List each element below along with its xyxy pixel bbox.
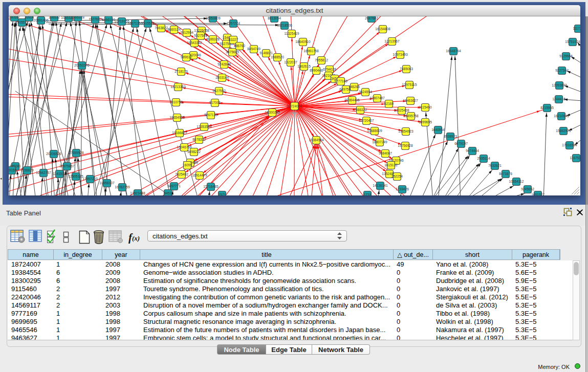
svg-text:10807487: 10807487 (369, 96, 385, 100)
svg-text:7632621: 7632621 (488, 164, 502, 167)
svg-text:8938923: 8938923 (444, 135, 457, 138)
svg-text:9327505: 9327505 (194, 34, 207, 37)
svg-text:1010755: 1010755 (169, 100, 183, 104)
svg-text:9227342: 9227342 (555, 69, 569, 72)
svg-text:16495758: 16495758 (403, 114, 419, 118)
svg-text:16046766: 16046766 (177, 145, 192, 149)
svg-text:20053346: 20053346 (74, 63, 90, 67)
svg-text:15692971: 15692971 (556, 129, 571, 133)
svg-text:16099: 16099 (183, 163, 192, 167)
svg-text:16671355: 16671355 (127, 21, 143, 25)
svg-text:5498222: 5498222 (187, 150, 201, 154)
svg-text:9427552: 9427552 (212, 89, 226, 93)
svg-text:9777169: 9777169 (334, 79, 347, 83)
svg-text:19218506: 19218506 (277, 24, 292, 27)
svg-text:12975115: 12975115 (402, 83, 417, 86)
svg-text:18807249: 18807249 (372, 140, 387, 144)
svg-text:8186328: 8186328 (206, 37, 220, 41)
svg-text:7625402: 7625402 (175, 172, 188, 176)
svg-text:252254: 252254 (391, 174, 403, 178)
svg-text:3624554: 3624554 (359, 90, 372, 94)
svg-text:1244415: 1244415 (552, 97, 565, 101)
svg-text:16648764: 16648764 (446, 49, 461, 53)
svg-text:19384554: 19384554 (309, 138, 324, 142)
svg-text:20975867: 20975867 (59, 164, 75, 168)
svg-text:7986322: 7986322 (354, 108, 367, 112)
svg-text:6794028: 6794028 (323, 68, 336, 71)
svg-text:6899695: 6899695 (419, 120, 432, 124)
svg-text:9115460: 9115460 (419, 105, 432, 109)
svg-text:9245652: 9245652 (521, 187, 534, 191)
svg-text:1065328: 1065328 (71, 16, 84, 19)
svg-text:12093873: 12093873 (552, 83, 567, 87)
svg-text:19654933: 19654933 (169, 116, 185, 119)
svg-text:1571: 1571 (219, 193, 226, 195)
svg-text:9684067: 9684067 (379, 151, 392, 155)
svg-text:12942757: 12942757 (36, 171, 51, 174)
svg-text:8990448: 8990448 (310, 69, 323, 72)
svg-text:20691406: 20691406 (33, 18, 49, 22)
svg-text:19756928: 19756928 (398, 144, 413, 147)
svg-text:1527602: 1527602 (89, 17, 102, 21)
svg-text:19463627: 19463627 (403, 99, 418, 102)
svg-text:16053809: 16053809 (205, 16, 221, 20)
svg-text:16154808: 16154808 (375, 27, 390, 31)
svg-text:14136141: 14136141 (373, 184, 388, 187)
svg-text:16543382: 16543382 (187, 41, 202, 45)
svg-text:6679197: 6679197 (454, 142, 468, 145)
svg-text:746266: 746266 (349, 85, 360, 89)
svg-text:8454749: 8454749 (247, 47, 260, 51)
svg-text:1322037: 1322037 (284, 60, 297, 64)
svg-text:10973493: 10973493 (393, 53, 408, 56)
svg-text:10025438: 10025438 (394, 108, 409, 112)
svg-text:7357224: 7357224 (227, 21, 240, 25)
svg-text:9474444: 9474444 (466, 149, 479, 152)
svg-text:1640954: 1640954 (431, 128, 445, 132)
svg-text:10654112: 10654112 (509, 180, 524, 183)
svg-text:2935114: 2935114 (477, 157, 490, 160)
svg-text:11325419: 11325419 (285, 32, 299, 35)
svg-text:18640910: 18640910 (295, 40, 311, 43)
svg-text:8215955: 8215955 (540, 106, 554, 110)
svg-text:19654923: 19654923 (398, 129, 413, 133)
svg-text:286760: 286760 (234, 44, 245, 48)
svg-text:9146821: 9146821 (259, 51, 273, 55)
svg-text:1167533: 1167533 (570, 156, 580, 160)
svg-text:1362615: 1362615 (297, 64, 311, 68)
svg-text:8471676: 8471676 (499, 172, 512, 176)
svg-text:1733426: 1733426 (396, 187, 409, 191)
svg-text:8678332: 8678332 (192, 138, 206, 141)
svg-text:15716485: 15716485 (203, 185, 219, 188)
svg-text:20914: 20914 (25, 16, 34, 19)
svg-text:2087682: 2087682 (365, 16, 378, 20)
svg-text:1733: 1733 (364, 193, 372, 195)
svg-text:989612: 989612 (181, 55, 192, 59)
svg-text:16961758: 16961758 (303, 49, 319, 53)
svg-text:8660124: 8660124 (167, 28, 181, 31)
svg-text:1615132: 1615132 (384, 163, 398, 167)
svg-text:190557: 190557 (9, 16, 20, 19)
svg-text:16210643: 16210643 (554, 114, 569, 118)
svg-text:111724: 111724 (573, 27, 580, 30)
svg-text:2718176: 2718176 (175, 70, 188, 73)
svg-text:8813054: 8813054 (268, 16, 281, 20)
svg-text:16782759: 16782759 (115, 185, 130, 189)
svg-text:39159: 39159 (9, 168, 16, 172)
svg-text:1588520: 1588520 (271, 55, 284, 59)
svg-text:10688609: 10688609 (367, 129, 382, 133)
svg-text:7955812: 7955812 (315, 58, 328, 62)
svg-text:9242848: 9242848 (217, 62, 231, 66)
svg-text:1651327: 1651327 (531, 193, 545, 195)
svg-text:9129966: 9129966 (559, 54, 573, 58)
svg-text:20206526: 20206526 (46, 152, 61, 156)
svg-text:12505135: 12505135 (68, 174, 83, 178)
svg-text:15751074: 15751074 (565, 40, 580, 43)
svg-text:17957223: 17957223 (82, 177, 98, 181)
svg-text:12213967: 12213967 (384, 39, 400, 43)
svg-text:12213363: 12213363 (170, 85, 186, 89)
svg-text:20364436: 20364436 (344, 98, 360, 102)
svg-text:17359928: 17359928 (69, 151, 84, 155)
svg-text:19166827: 19166827 (172, 131, 187, 135)
svg-text:106532: 106532 (49, 16, 60, 19)
svg-text:917006: 917006 (209, 101, 221, 104)
